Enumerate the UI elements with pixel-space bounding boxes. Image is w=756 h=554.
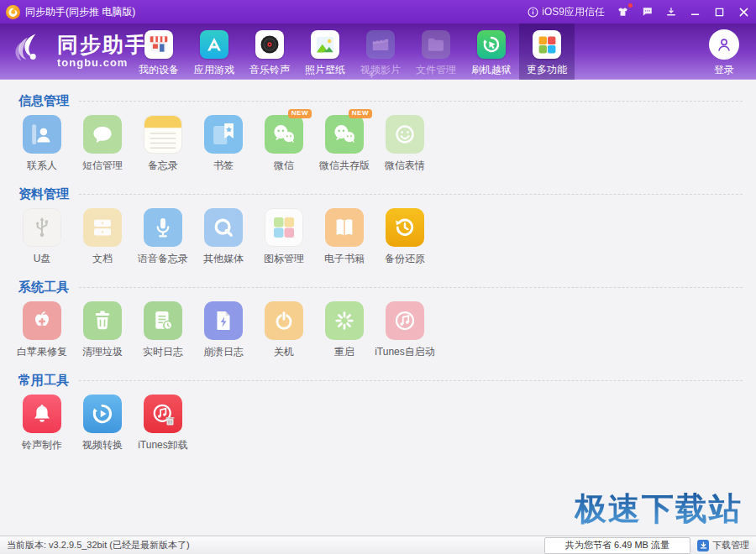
power-icon: [265, 301, 303, 340]
close-icon: [739, 8, 748, 17]
chat-icon: [83, 115, 122, 154]
feature-memo[interactable]: 备忘录: [133, 115, 193, 173]
feature-logdoc[interactable]: 实时日志: [133, 301, 193, 359]
store-icon: [144, 30, 173, 59]
window-title: 同步助手(同步推 电脑版): [25, 5, 135, 19]
feature-drawer[interactable]: 文档: [72, 208, 133, 266]
trash-icon: [83, 301, 122, 340]
download-arrow-icon: [665, 7, 677, 18]
nav-item-clapper[interactable]: 视频影片: [353, 24, 408, 80]
swan-logo-icon: [8, 29, 52, 73]
nav-item-store[interactable]: 我的设备: [131, 24, 186, 80]
app-window: 同步助手(同步推 电脑版) iOS9应用信任: [0, 0, 756, 554]
feature-icongrid[interactable]: 图标管理: [254, 208, 314, 266]
nav-items: 我的设备应用游戏音乐铃声照片壁纸视频影片文件管理刷机越狱更多功能: [131, 24, 575, 80]
feature-wechat[interactable]: NEW微信: [254, 115, 314, 173]
feature-label: U盘: [34, 252, 51, 266]
feature-label: 短信管理: [82, 159, 123, 173]
nav-item-jailbreak[interactable]: 刷机越狱: [464, 24, 519, 80]
feature-label: iTunes卸载: [138, 438, 188, 452]
feature-applefix[interactable]: 白苹果修复: [12, 301, 72, 359]
section-title: 资料管理: [18, 186, 69, 202]
navbar: 同步助手 tongbu.com 我的设备应用游戏音乐铃声照片壁纸视频影片文件管理…: [0, 24, 756, 80]
feature-usb[interactable]: U盘: [12, 208, 72, 266]
login-button[interactable]: 登录: [709, 29, 739, 77]
itunesdel-icon: [144, 395, 182, 433]
download-manager-label: 下载管理: [712, 539, 749, 551]
section-title: 系统工具: [18, 280, 69, 295]
version-text: 当前版本: v3.2.9.5_32bit (已经是最新版本了): [7, 539, 190, 551]
tshirt-icon: [617, 6, 629, 18]
photo-icon: [311, 30, 339, 59]
feature-quicktime[interactable]: 其他媒体: [193, 208, 254, 266]
minimize-icon: [690, 8, 700, 17]
record-icon: [255, 30, 284, 59]
app-logo-icon: [6, 5, 20, 19]
feedback-button[interactable]: [635, 0, 659, 24]
feature-label: 微信共存版: [319, 159, 370, 173]
update-button[interactable]: [659, 0, 683, 24]
section-title: 信息管理: [18, 93, 69, 109]
ebook-icon: [325, 208, 364, 247]
notification-dot: [628, 3, 633, 8]
new-badge: NEW: [349, 109, 372, 118]
mic-icon: [144, 208, 182, 247]
contacts-icon: [23, 115, 61, 154]
nav-item-photo[interactable]: 照片壁纸: [297, 24, 353, 80]
logdoc-icon: [144, 301, 182, 340]
download-manager-button[interactable]: 下载管理: [697, 539, 749, 551]
close-button[interactable]: [732, 0, 756, 24]
feature-mic[interactable]: 语音备忘录: [133, 208, 193, 266]
nav-item-moregrid[interactable]: 更多功能: [519, 24, 575, 80]
feature-power[interactable]: 关机: [254, 301, 314, 359]
download-manager-icon: [697, 540, 709, 551]
titlebar: 同步助手(同步推 电脑版) iOS9应用信任: [0, 0, 756, 24]
nav-item-record[interactable]: 音乐铃声: [242, 24, 297, 80]
wechat-icon: NEW: [265, 115, 303, 154]
feature-chat[interactable]: 短信管理: [72, 115, 133, 173]
feature-ebook[interactable]: 电子书籍: [314, 208, 375, 266]
nav-item-label: 照片壁纸: [305, 63, 345, 77]
maximize-button[interactable]: [707, 0, 732, 24]
ios9-trust-button[interactable]: iOS9应用信任: [522, 0, 611, 24]
feature-videoconv[interactable]: 视频转换: [72, 395, 133, 452]
section: 系统工具白苹果修复清理垃圾实时日志崩溃日志关机重启iTunes自启动: [12, 279, 756, 359]
nav-item-label: 视频影片: [360, 63, 401, 77]
feature-contacts[interactable]: 联系人: [12, 115, 72, 173]
feature-label: 视频转换: [82, 438, 123, 452]
minimize-button[interactable]: [683, 0, 707, 24]
skin-button[interactable]: [611, 0, 635, 24]
statusbar: 当前版本: v3.2.9.5_32bit (已经是最新版本了) 共为您节省 6.…: [0, 536, 756, 554]
feature-backup[interactable]: 备份还原: [375, 208, 435, 266]
feature-itunesdel[interactable]: iTunes卸载: [133, 395, 193, 452]
bookmark-icon: [204, 115, 243, 154]
info-icon: [528, 7, 538, 18]
nav-item-label: 音乐铃声: [249, 63, 290, 77]
feature-wechat[interactable]: NEW微信共存版: [314, 115, 375, 173]
feature-itunes[interactable]: iTunes自启动: [375, 301, 435, 359]
feature-label: 语音备忘录: [138, 252, 188, 266]
feature-trash[interactable]: 清理垃圾: [72, 301, 133, 359]
watermark: 极速下载站: [575, 488, 743, 530]
feature-crashdoc[interactable]: 崩溃日志: [193, 301, 254, 359]
feature-bookmark[interactable]: 书签: [193, 115, 254, 173]
applefix-icon: [23, 301, 61, 340]
wechat-icon: NEW: [325, 115, 364, 154]
traffic-savings: 共为您节省 6.49 MB 流量: [544, 537, 690, 554]
section: 信息管理联系人短信管理备忘录书签NEW微信NEW微信共存版微信表情: [12, 92, 756, 173]
brand-logo[interactable]: 同步助手 tongbu.com: [8, 29, 148, 73]
icongrid-icon: [265, 208, 303, 247]
nav-item-label: 更多功能: [527, 63, 567, 77]
feature-label: iTunes自启动: [375, 345, 435, 359]
nav-item-appstore[interactable]: 应用游戏: [186, 24, 242, 80]
feature-smiley[interactable]: 微信表情: [375, 115, 435, 173]
spinner-icon: [325, 301, 364, 340]
feedback-icon: [641, 6, 654, 18]
memo-icon: [144, 115, 182, 154]
nav-item-files[interactable]: 文件管理: [408, 24, 464, 80]
feature-label: 重启: [334, 345, 354, 359]
smiley-icon: [386, 115, 424, 154]
feature-spinner[interactable]: 重启: [314, 301, 375, 359]
feature-bell[interactable]: 铃声制作: [12, 395, 72, 452]
feature-label: 微信表情: [385, 159, 425, 173]
